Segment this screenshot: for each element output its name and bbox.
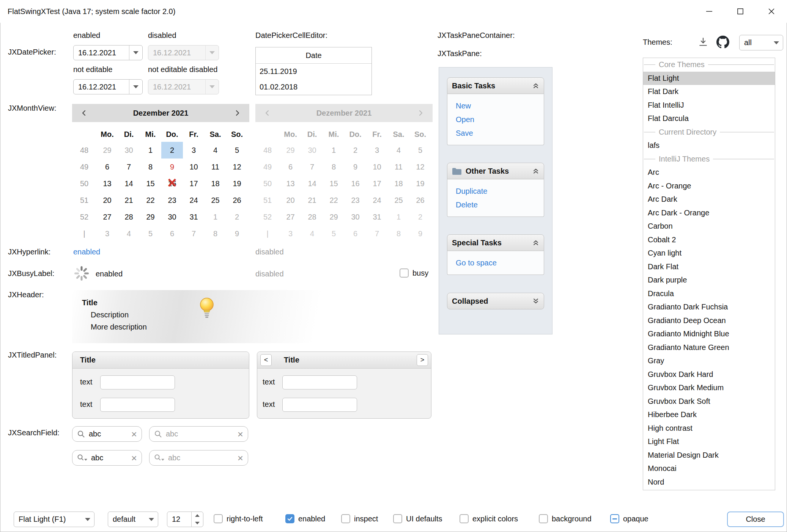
prev-month-icon[interactable] (77, 106, 91, 120)
calendar-day[interactable]: 9 (161, 159, 183, 175)
calendar-day[interactable]: 26 (226, 192, 248, 209)
calendar-day[interactable]: 28 (118, 209, 140, 225)
theme-list-item[interactable]: lafs (643, 139, 775, 152)
search-field-3[interactable]: × (72, 450, 142, 466)
combo-value[interactable]: Flat Light (F1) (14, 515, 81, 524)
clear-icon[interactable]: × (238, 429, 243, 439)
search-field-1[interactable]: × (72, 426, 142, 442)
search-input[interactable] (89, 430, 128, 438)
text-field-2[interactable] (100, 398, 175, 412)
github-icon[interactable] (716, 35, 730, 49)
theme-list-item[interactable]: Arc (643, 166, 775, 179)
checkbox-enabled[interactable]: enabled (285, 514, 325, 523)
download-icon[interactable] (697, 36, 710, 49)
theme-list-item[interactable]: Gruvbox Dark Soft (643, 395, 775, 408)
checkbox-box[interactable] (285, 514, 294, 523)
calendar-day[interactable]: 30 (118, 142, 140, 159)
checkbox-box[interactable] (214, 514, 223, 523)
calendar-day[interactable]: 29 (96, 142, 118, 159)
text-field-1[interactable] (282, 375, 357, 389)
checkbox-box[interactable] (460, 514, 469, 523)
checkbox-opaque[interactable]: opaque (610, 514, 648, 523)
theme-list-item[interactable]: Flat Darcula (643, 112, 775, 126)
collapse-icon[interactable] (532, 168, 539, 174)
chevron-down-icon[interactable] (770, 35, 783, 50)
theme-list-item[interactable]: Hiberbee Dark (643, 408, 775, 422)
checkbox-box[interactable] (341, 514, 350, 523)
calendar-day[interactable]: 5 (226, 142, 248, 159)
theme-list-item[interactable]: Dracula (643, 287, 775, 301)
theme-list-item[interactable]: Dark purple (643, 273, 775, 287)
checkbox-busy[interactable]: busy (400, 268, 428, 278)
calendar-day[interactable]: 29 (140, 209, 161, 225)
calendar-day[interactable]: 22 (140, 192, 161, 209)
taskpane-link[interactable]: Duplicate (456, 184, 544, 198)
theme-list-item[interactable]: Arc - Orange (643, 179, 775, 193)
calendar-day[interactable]: 15 (140, 175, 161, 192)
calendar-day[interactable]: 17 (183, 175, 205, 192)
table-row[interactable]: 25.11.2019 (256, 64, 371, 79)
theme-list-item[interactable]: Gruvbox Dark Hard (643, 368, 775, 381)
table-row[interactable]: 01.02.2018 (256, 79, 371, 95)
font-size-spinner[interactable]: 12 (167, 512, 203, 527)
checkbox-explicit-colors[interactable]: explicit colors (460, 514, 518, 523)
theme-list-item[interactable]: Arc Dark - Orange (643, 206, 775, 220)
calendar-day[interactable]: 10 (183, 159, 205, 175)
calendar-day[interactable]: 7 (118, 159, 140, 175)
checkbox-box[interactable] (539, 514, 548, 523)
checkbox-box[interactable] (400, 268, 409, 278)
calendar-day[interactable]: 27 (96, 209, 118, 225)
calendar-day[interactable]: 1 (140, 142, 161, 159)
theme-list-item[interactable]: Flat Light (643, 72, 775, 85)
theme-list-item[interactable]: Gradianto Dark Fuchsia (643, 300, 775, 314)
calendar-day[interactable]: 19 (226, 175, 248, 192)
calendar-day[interactable]: 7 (183, 225, 205, 242)
calendar-day[interactable]: 31 (183, 209, 205, 225)
datepicker-enabled[interactable]: 16.12.2021 (73, 45, 143, 60)
datepicker-value[interactable]: 16.12.2021 (74, 49, 129, 57)
search-with-menu-icon[interactable] (77, 454, 88, 462)
theme-list-item[interactable]: Nord (643, 476, 775, 489)
calendar-day[interactable]: 2 (161, 142, 183, 159)
next-month-icon[interactable] (230, 106, 244, 120)
theme-list-item[interactable]: Light Flat (643, 435, 775, 449)
calendar-day[interactable]: 3 (96, 225, 118, 242)
calendar-day[interactable]: 4 (205, 142, 226, 159)
minimize-icon[interactable] (694, 0, 725, 23)
calendar-day[interactable]: 23 (161, 192, 183, 209)
taskpane-link[interactable]: Delete (456, 198, 544, 212)
theme-list-item[interactable]: Gradianto Midnight Blue (643, 327, 775, 341)
calendar-day[interactable]: 6 (161, 225, 183, 242)
calendar-day[interactable]: 24 (183, 192, 205, 209)
theme-list-item[interactable]: Arc Dark (643, 193, 775, 206)
calendar-day[interactable]: 18 (205, 175, 226, 192)
checkbox-ui-defaults[interactable]: UI defaults (393, 514, 442, 523)
theme-list-item[interactable]: High contrast (643, 422, 775, 435)
calendar-day[interactable]: 4 (118, 225, 140, 242)
checkbox-right-to-left[interactable]: right-to-left (214, 514, 263, 523)
checkbox-box[interactable] (393, 514, 402, 523)
calendar-day[interactable]: 20 (96, 192, 118, 209)
chevron-down-icon[interactable] (145, 512, 158, 527)
combo-value[interactable]: default (108, 515, 145, 524)
calendar-day[interactable]: 16 (161, 175, 183, 192)
search-field-2[interactable]: × (149, 426, 248, 442)
style-combo[interactable]: default (108, 512, 158, 527)
datepicker-value[interactable]: 16.12.2021 (74, 83, 129, 91)
maximize-icon[interactable] (725, 0, 756, 23)
taskpane-link[interactable]: Save (456, 126, 544, 140)
spinner-down-icon[interactable] (192, 519, 203, 527)
theme-list-item[interactable]: Dark Flat (643, 260, 775, 274)
theme-list-item[interactable]: Flat IntelliJ (643, 99, 775, 112)
theme-list-item[interactable]: Gruvbox Dark Medium (643, 381, 775, 395)
themes-list[interactable]: Core ThemesFlat LightFlat DarkFlat Intel… (643, 58, 775, 490)
text-field-1[interactable] (100, 375, 175, 389)
calendar-day[interactable]: 3 (183, 142, 205, 159)
taskpane-group-header[interactable]: Special Tasks (447, 234, 544, 251)
clear-icon[interactable]: × (131, 429, 137, 439)
taskpane-link[interactable]: Open (456, 113, 544, 126)
close-icon[interactable] (756, 0, 787, 23)
calendar-day[interactable]: 8 (205, 225, 226, 242)
clear-icon[interactable]: × (238, 453, 243, 463)
calendar-day[interactable]: 14 (118, 175, 140, 192)
